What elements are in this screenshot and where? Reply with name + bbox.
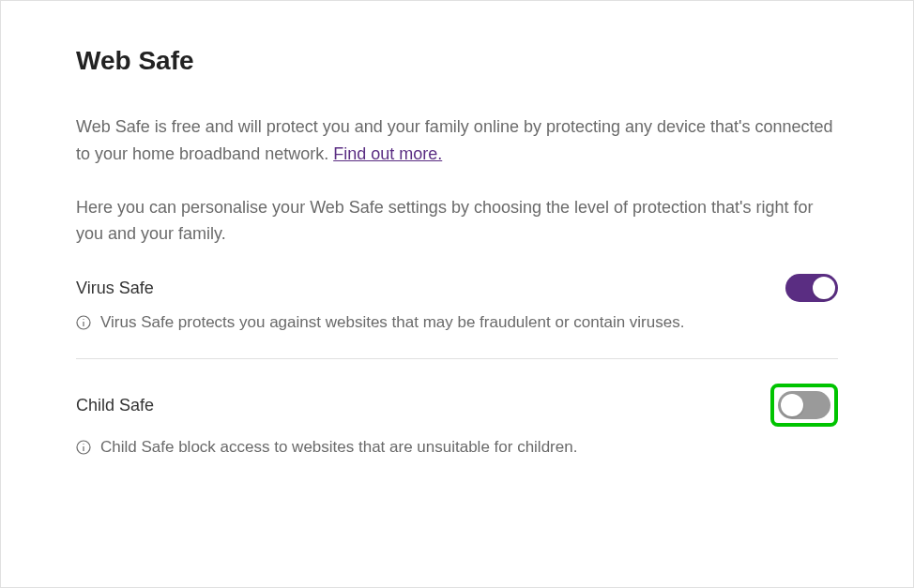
intro-paragraph-1: Web Safe is free and will protect you an… bbox=[76, 113, 838, 168]
child-safe-title: Child Safe bbox=[76, 396, 154, 415]
child-safe-section: Child Safe Child Safe block access to we… bbox=[76, 384, 838, 457]
toggle-knob bbox=[781, 394, 803, 416]
virus-safe-description: Virus Safe protects you against websites… bbox=[100, 313, 684, 332]
settings-panel: Web Safe Web Safe is free and will prote… bbox=[0, 0, 914, 588]
svg-point-2 bbox=[83, 319, 84, 320]
child-safe-header: Child Safe bbox=[76, 384, 838, 427]
info-icon bbox=[76, 440, 91, 455]
child-safe-description: Child Safe block access to websites that… bbox=[100, 438, 577, 457]
virus-safe-section: Virus Safe Virus Safe protects you again… bbox=[76, 274, 838, 332]
virus-safe-toggle[interactable] bbox=[785, 274, 838, 302]
highlight-box bbox=[770, 384, 838, 427]
child-safe-description-row: Child Safe block access to websites that… bbox=[76, 438, 838, 457]
virus-safe-title: Virus Safe bbox=[76, 279, 154, 298]
intro-paragraph-2: Here you can personalise your Web Safe s… bbox=[76, 194, 838, 249]
toggle-knob bbox=[813, 277, 835, 299]
virus-safe-description-row: Virus Safe protects you against websites… bbox=[76, 313, 838, 332]
virus-safe-header: Virus Safe bbox=[76, 274, 838, 302]
intro-text-1: Web Safe is free and will protect you an… bbox=[76, 117, 833, 163]
section-divider bbox=[76, 358, 838, 359]
page-title: Web Safe bbox=[76, 46, 838, 76]
child-safe-toggle[interactable] bbox=[778, 391, 830, 419]
svg-point-5 bbox=[83, 444, 84, 445]
info-icon bbox=[76, 315, 91, 330]
find-out-more-link[interactable]: Find out more. bbox=[333, 144, 442, 163]
